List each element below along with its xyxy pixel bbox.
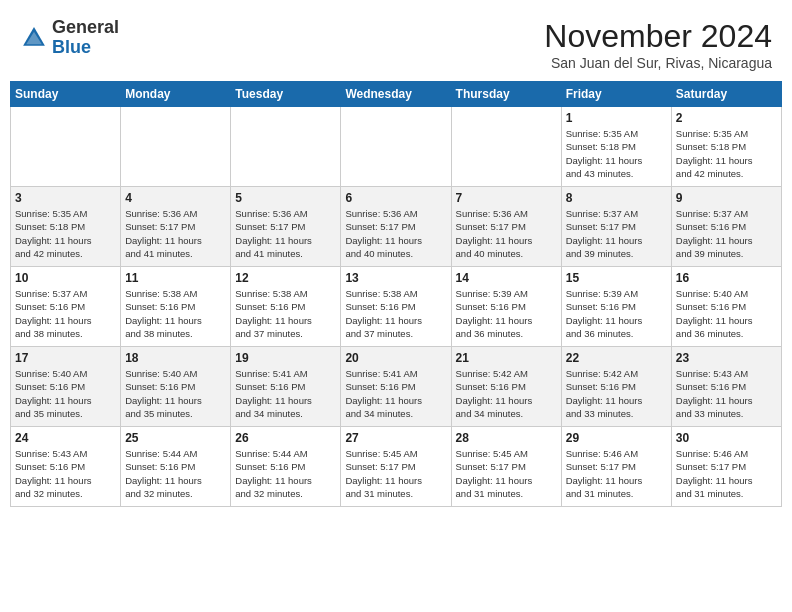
- weekday-header-row: SundayMondayTuesdayWednesdayThursdayFrid…: [11, 82, 782, 107]
- calendar-cell: 21Sunrise: 5:42 AM Sunset: 5:16 PM Dayli…: [451, 347, 561, 427]
- day-number: 14: [456, 271, 557, 285]
- cell-info: Sunrise: 5:38 AM Sunset: 5:16 PM Dayligh…: [125, 287, 226, 340]
- logo: General Blue: [20, 18, 119, 58]
- calendar-cell: [341, 107, 451, 187]
- cell-info: Sunrise: 5:35 AM Sunset: 5:18 PM Dayligh…: [15, 207, 116, 260]
- cell-info: Sunrise: 5:42 AM Sunset: 5:16 PM Dayligh…: [566, 367, 667, 420]
- day-number: 19: [235, 351, 336, 365]
- logo-text: General Blue: [52, 18, 119, 58]
- cell-info: Sunrise: 5:35 AM Sunset: 5:18 PM Dayligh…: [566, 127, 667, 180]
- calendar-cell: 30Sunrise: 5:46 AM Sunset: 5:17 PM Dayli…: [671, 427, 781, 507]
- weekday-header-saturday: Saturday: [671, 82, 781, 107]
- week-row-4: 17Sunrise: 5:40 AM Sunset: 5:16 PM Dayli…: [11, 347, 782, 427]
- day-number: 2: [676, 111, 777, 125]
- weekday-header-monday: Monday: [121, 82, 231, 107]
- cell-info: Sunrise: 5:40 AM Sunset: 5:16 PM Dayligh…: [125, 367, 226, 420]
- calendar-cell: 10Sunrise: 5:37 AM Sunset: 5:16 PM Dayli…: [11, 267, 121, 347]
- calendar-cell: 12Sunrise: 5:38 AM Sunset: 5:16 PM Dayli…: [231, 267, 341, 347]
- day-number: 21: [456, 351, 557, 365]
- calendar-cell: 15Sunrise: 5:39 AM Sunset: 5:16 PM Dayli…: [561, 267, 671, 347]
- cell-info: Sunrise: 5:42 AM Sunset: 5:16 PM Dayligh…: [456, 367, 557, 420]
- cell-info: Sunrise: 5:41 AM Sunset: 5:16 PM Dayligh…: [235, 367, 336, 420]
- cell-info: Sunrise: 5:39 AM Sunset: 5:16 PM Dayligh…: [456, 287, 557, 340]
- day-number: 27: [345, 431, 446, 445]
- day-number: 24: [15, 431, 116, 445]
- day-number: 12: [235, 271, 336, 285]
- cell-info: Sunrise: 5:45 AM Sunset: 5:17 PM Dayligh…: [456, 447, 557, 500]
- day-number: 20: [345, 351, 446, 365]
- day-number: 7: [456, 191, 557, 205]
- calendar-cell: 14Sunrise: 5:39 AM Sunset: 5:16 PM Dayli…: [451, 267, 561, 347]
- calendar-cell: [231, 107, 341, 187]
- cell-info: Sunrise: 5:36 AM Sunset: 5:17 PM Dayligh…: [235, 207, 336, 260]
- cell-info: Sunrise: 5:36 AM Sunset: 5:17 PM Dayligh…: [456, 207, 557, 260]
- day-number: 11: [125, 271, 226, 285]
- calendar-cell: 27Sunrise: 5:45 AM Sunset: 5:17 PM Dayli…: [341, 427, 451, 507]
- day-number: 1: [566, 111, 667, 125]
- calendar-table: SundayMondayTuesdayWednesdayThursdayFrid…: [10, 81, 782, 507]
- calendar-cell: 8Sunrise: 5:37 AM Sunset: 5:17 PM Daylig…: [561, 187, 671, 267]
- cell-info: Sunrise: 5:43 AM Sunset: 5:16 PM Dayligh…: [15, 447, 116, 500]
- day-number: 4: [125, 191, 226, 205]
- weekday-header-sunday: Sunday: [11, 82, 121, 107]
- calendar-cell: 13Sunrise: 5:38 AM Sunset: 5:16 PM Dayli…: [341, 267, 451, 347]
- cell-info: Sunrise: 5:40 AM Sunset: 5:16 PM Dayligh…: [676, 287, 777, 340]
- calendar-cell: 20Sunrise: 5:41 AM Sunset: 5:16 PM Dayli…: [341, 347, 451, 427]
- logo-icon: [20, 24, 48, 52]
- calendar-cell: [451, 107, 561, 187]
- cell-info: Sunrise: 5:41 AM Sunset: 5:16 PM Dayligh…: [345, 367, 446, 420]
- calendar-cell: [121, 107, 231, 187]
- weekday-header-wednesday: Wednesday: [341, 82, 451, 107]
- week-row-1: 1Sunrise: 5:35 AM Sunset: 5:18 PM Daylig…: [11, 107, 782, 187]
- week-row-3: 10Sunrise: 5:37 AM Sunset: 5:16 PM Dayli…: [11, 267, 782, 347]
- page-header: General Blue November 2024 San Juan del …: [10, 10, 782, 75]
- calendar-cell: 4Sunrise: 5:36 AM Sunset: 5:17 PM Daylig…: [121, 187, 231, 267]
- calendar-body: 1Sunrise: 5:35 AM Sunset: 5:18 PM Daylig…: [11, 107, 782, 507]
- day-number: 5: [235, 191, 336, 205]
- calendar-cell: 1Sunrise: 5:35 AM Sunset: 5:18 PM Daylig…: [561, 107, 671, 187]
- cell-info: Sunrise: 5:37 AM Sunset: 5:16 PM Dayligh…: [676, 207, 777, 260]
- cell-info: Sunrise: 5:45 AM Sunset: 5:17 PM Dayligh…: [345, 447, 446, 500]
- cell-info: Sunrise: 5:38 AM Sunset: 5:16 PM Dayligh…: [345, 287, 446, 340]
- week-row-5: 24Sunrise: 5:43 AM Sunset: 5:16 PM Dayli…: [11, 427, 782, 507]
- day-number: 29: [566, 431, 667, 445]
- day-number: 16: [676, 271, 777, 285]
- location: San Juan del Sur, Rivas, Nicaragua: [544, 55, 772, 71]
- cell-info: Sunrise: 5:38 AM Sunset: 5:16 PM Dayligh…: [235, 287, 336, 340]
- day-number: 6: [345, 191, 446, 205]
- calendar-cell: 19Sunrise: 5:41 AM Sunset: 5:16 PM Dayli…: [231, 347, 341, 427]
- day-number: 25: [125, 431, 226, 445]
- calendar-cell: 25Sunrise: 5:44 AM Sunset: 5:16 PM Dayli…: [121, 427, 231, 507]
- day-number: 30: [676, 431, 777, 445]
- logo-blue: Blue: [52, 37, 91, 57]
- cell-info: Sunrise: 5:43 AM Sunset: 5:16 PM Dayligh…: [676, 367, 777, 420]
- cell-info: Sunrise: 5:35 AM Sunset: 5:18 PM Dayligh…: [676, 127, 777, 180]
- calendar-cell: 11Sunrise: 5:38 AM Sunset: 5:16 PM Dayli…: [121, 267, 231, 347]
- calendar-cell: 18Sunrise: 5:40 AM Sunset: 5:16 PM Dayli…: [121, 347, 231, 427]
- calendar-cell: 28Sunrise: 5:45 AM Sunset: 5:17 PM Dayli…: [451, 427, 561, 507]
- day-number: 26: [235, 431, 336, 445]
- day-number: 28: [456, 431, 557, 445]
- day-number: 10: [15, 271, 116, 285]
- day-number: 17: [15, 351, 116, 365]
- cell-info: Sunrise: 5:37 AM Sunset: 5:17 PM Dayligh…: [566, 207, 667, 260]
- weekday-header-friday: Friday: [561, 82, 671, 107]
- calendar-cell: 9Sunrise: 5:37 AM Sunset: 5:16 PM Daylig…: [671, 187, 781, 267]
- calendar-cell: 3Sunrise: 5:35 AM Sunset: 5:18 PM Daylig…: [11, 187, 121, 267]
- day-number: 23: [676, 351, 777, 365]
- cell-info: Sunrise: 5:46 AM Sunset: 5:17 PM Dayligh…: [566, 447, 667, 500]
- cell-info: Sunrise: 5:39 AM Sunset: 5:16 PM Dayligh…: [566, 287, 667, 340]
- calendar-cell: 24Sunrise: 5:43 AM Sunset: 5:16 PM Dayli…: [11, 427, 121, 507]
- day-number: 22: [566, 351, 667, 365]
- title-block: November 2024 San Juan del Sur, Rivas, N…: [544, 18, 772, 71]
- calendar-cell: 22Sunrise: 5:42 AM Sunset: 5:16 PM Dayli…: [561, 347, 671, 427]
- cell-info: Sunrise: 5:40 AM Sunset: 5:16 PM Dayligh…: [15, 367, 116, 420]
- calendar-cell: 7Sunrise: 5:36 AM Sunset: 5:17 PM Daylig…: [451, 187, 561, 267]
- cell-info: Sunrise: 5:44 AM Sunset: 5:16 PM Dayligh…: [235, 447, 336, 500]
- calendar-cell: 16Sunrise: 5:40 AM Sunset: 5:16 PM Dayli…: [671, 267, 781, 347]
- day-number: 13: [345, 271, 446, 285]
- calendar-cell: 5Sunrise: 5:36 AM Sunset: 5:17 PM Daylig…: [231, 187, 341, 267]
- cell-info: Sunrise: 5:46 AM Sunset: 5:17 PM Dayligh…: [676, 447, 777, 500]
- calendar-cell: 2Sunrise: 5:35 AM Sunset: 5:18 PM Daylig…: [671, 107, 781, 187]
- calendar-cell: [11, 107, 121, 187]
